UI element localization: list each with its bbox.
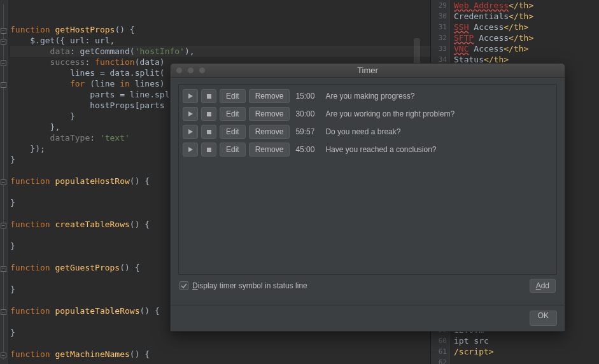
line-number: 33 bbox=[431, 43, 447, 54]
line-number: 31 bbox=[431, 22, 447, 32]
line-number: 29 bbox=[431, 0, 447, 11]
stop-button[interactable] bbox=[201, 143, 216, 157]
stop-button[interactable] bbox=[201, 107, 216, 121]
dialog-titlebar[interactable]: Timer bbox=[171, 64, 565, 78]
edit-button[interactable]: Edit bbox=[220, 107, 246, 121]
stop-icon bbox=[206, 111, 212, 117]
code-line[interactable]: /script> bbox=[454, 346, 533, 357]
code-line[interactable]: Web Address</th> bbox=[454, 0, 533, 11]
fold-toggle[interactable]: − bbox=[1, 266, 6, 272]
line-number: 61 bbox=[431, 346, 447, 357]
play-button[interactable] bbox=[183, 89, 198, 103]
timer-time: 15:00 bbox=[295, 92, 322, 101]
line-number: 60 bbox=[431, 335, 447, 346]
svg-rect-1 bbox=[207, 112, 211, 116]
timer-time: 45:00 bbox=[295, 145, 322, 154]
line-number: 62 bbox=[431, 357, 447, 364]
timer-time: 30:00 bbox=[295, 109, 322, 118]
edit-button[interactable]: Edit bbox=[220, 125, 246, 139]
stop-icon bbox=[206, 147, 212, 153]
play-button[interactable] bbox=[183, 143, 198, 157]
checkbox-box[interactable] bbox=[180, 281, 188, 290]
stop-button[interactable] bbox=[201, 125, 216, 139]
timer-dialog: Timer EditRemove15:00Are you making prog… bbox=[170, 63, 565, 332]
dialog-body: EditRemove15:00Are you making progress?E… bbox=[171, 78, 565, 305]
edit-button[interactable]: Edit bbox=[220, 89, 246, 103]
timer-row: EditRemove59:57Do you need a break? bbox=[180, 123, 555, 141]
timer-row: EditRemove15:00Are you making progress? bbox=[180, 87, 555, 105]
stop-button[interactable] bbox=[201, 89, 216, 103]
display-symbol-checkbox[interactable]: Display timer symbol in status line bbox=[180, 281, 307, 290]
play-icon bbox=[187, 129, 194, 135]
svg-rect-3 bbox=[207, 148, 211, 152]
scrollbar[interactable] bbox=[414, 38, 420, 64]
line-number: 30 bbox=[431, 11, 447, 22]
timer-row: EditRemove30:00Are you working on the ri… bbox=[180, 105, 555, 123]
edit-button[interactable]: Edit bbox=[220, 143, 246, 157]
dialog-title: Timer bbox=[171, 66, 565, 75]
play-icon bbox=[187, 93, 194, 99]
timer-time: 59:57 bbox=[295, 127, 322, 136]
fold-toggle[interactable]: − bbox=[1, 223, 6, 228]
stop-icon bbox=[206, 94, 212, 99]
timer-message: Are you making progress? bbox=[325, 92, 414, 101]
play-icon bbox=[187, 146, 194, 153]
fold-toggle[interactable]: − bbox=[1, 39, 6, 45]
stop-icon bbox=[206, 129, 212, 135]
fold-toggle[interactable]: − bbox=[1, 353, 6, 358]
play-icon bbox=[187, 111, 194, 117]
code-line[interactable] bbox=[454, 357, 533, 364]
code-line[interactable]: SFTP Access</th> bbox=[454, 32, 533, 43]
fold-toggle[interactable]: − bbox=[1, 309, 6, 315]
add-button[interactable]: Add bbox=[530, 279, 556, 293]
fold-gutter: −−−−−−−−− bbox=[0, 0, 8, 364]
dialog-footer: OK bbox=[171, 305, 565, 331]
fold-toggle[interactable]: − bbox=[1, 60, 6, 66]
timer-message: Are you working on the right problem? bbox=[325, 109, 455, 118]
code-line[interactable]: VNC Access</th> bbox=[454, 43, 533, 54]
code-line[interactable]: Credentials</th> bbox=[454, 11, 533, 22]
fold-toggle[interactable]: − bbox=[1, 82, 6, 88]
check-icon bbox=[181, 283, 187, 289]
remove-button[interactable]: Remove bbox=[249, 125, 290, 139]
timer-list: EditRemove15:00Are you making progress?E… bbox=[178, 84, 557, 275]
dialog-bottom-row: Display timer symbol in status line Add bbox=[178, 275, 557, 293]
fold-toggle[interactable]: − bbox=[1, 28, 6, 34]
remove-button[interactable]: Remove bbox=[249, 89, 290, 103]
ok-button[interactable]: OK bbox=[530, 311, 557, 326]
timer-row: EditRemove45:00Have you reached a conclu… bbox=[180, 141, 555, 158]
svg-rect-2 bbox=[207, 130, 211, 134]
remove-button[interactable]: Remove bbox=[249, 143, 290, 157]
timer-message: Have you reached a conclusion? bbox=[325, 145, 436, 154]
play-button[interactable] bbox=[183, 107, 198, 121]
timer-message: Do you need a break? bbox=[325, 127, 400, 136]
remove-button[interactable]: Remove bbox=[249, 107, 290, 121]
play-button[interactable] bbox=[183, 125, 198, 139]
svg-rect-0 bbox=[207, 94, 211, 99]
checkbox-label: Display timer symbol in status line bbox=[192, 281, 307, 290]
fold-toggle[interactable]: − bbox=[1, 179, 6, 185]
code-line[interactable]: SSH Access</th> bbox=[454, 22, 533, 32]
line-number: 32 bbox=[431, 32, 447, 43]
code-line[interactable]: ipt src bbox=[454, 335, 533, 346]
